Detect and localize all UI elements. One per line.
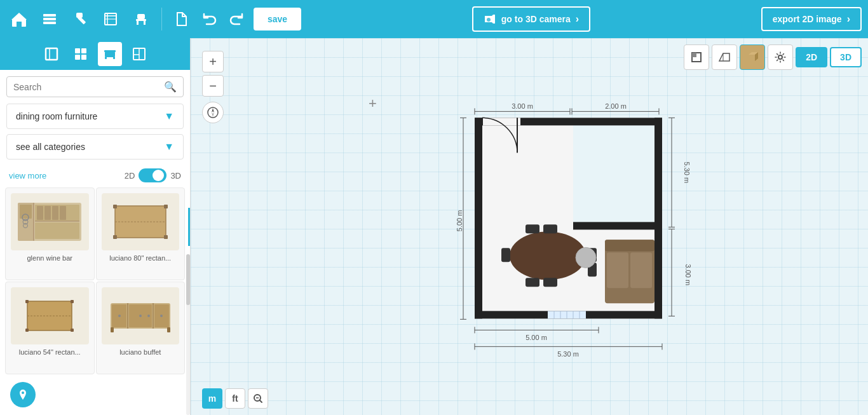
- location-button[interactable]: [10, 382, 36, 407]
- view-3d-button[interactable]: 3D: [830, 47, 862, 67]
- dimension-toggle-switch[interactable]: [139, 168, 166, 182]
- canvas-area[interactable]: + 3.00 m 2.00 m 5.30 m: [191, 38, 868, 415]
- svg-rect-119: [543, 278, 557, 287]
- blueprint-icon-btn[interactable]: [98, 6, 123, 32]
- layers-icon-btn[interactable]: [37, 6, 62, 32]
- svg-rect-19: [75, 48, 80, 53]
- scrollbar-thumb: [186, 254, 190, 305]
- all-categories-selector[interactable]: see all categories ▼: [6, 134, 184, 160]
- furniture-name: glenn wine bar: [27, 254, 72, 262]
- svg-rect-5: [43, 22, 56, 24]
- svg-rect-13: [136, 19, 146, 21]
- save-button[interactable]: save: [254, 8, 301, 31]
- search-input[interactable]: [13, 82, 164, 92]
- view-mode-perspective[interactable]: [712, 44, 737, 70]
- svg-point-16: [487, 18, 491, 22]
- camera-3d-button[interactable]: go to 3D camera ›: [472, 6, 590, 32]
- svg-rect-3: [43, 14, 56, 17]
- svg-rect-103: [573, 222, 662, 229]
- svg-point-135: [778, 55, 782, 59]
- svg-rect-41: [44, 206, 51, 220]
- svg-rect-50: [164, 235, 168, 239]
- furniture-name: luciano 54" rectan...: [19, 348, 81, 356]
- svg-rect-117: [543, 224, 557, 233]
- search-icon: 🔍: [164, 81, 177, 93]
- svg-rect-12: [137, 14, 145, 19]
- svg-rect-102: [654, 118, 662, 227]
- sidebar-rooms-tab[interactable]: [127, 42, 151, 66]
- list-item[interactable]: luciano 80" rectan...: [96, 187, 186, 280]
- svg-line-137: [260, 400, 262, 403]
- svg-point-64: [118, 315, 121, 317]
- compass-button[interactable]: [202, 102, 224, 123]
- sidebar-furniture-tab[interactable]: [98, 42, 122, 66]
- unit-feet-button[interactable]: ft: [225, 388, 245, 409]
- category-selector[interactable]: dining room furniture ▼: [6, 104, 184, 129]
- svg-text:5.00 m: 5.00 m: [456, 210, 463, 231]
- svg-rect-69: [167, 327, 170, 332]
- svg-rect-54: [25, 300, 29, 303]
- svg-rect-32: [20, 205, 32, 219]
- toolbar-divider-1: [161, 8, 162, 31]
- magnify-button[interactable]: [248, 388, 268, 409]
- svg-marker-1: [11, 13, 27, 20]
- svg-rect-4: [43, 18, 56, 20]
- view-more-link[interactable]: view more: [9, 171, 46, 180]
- redo-btn[interactable]: [226, 8, 248, 31]
- svg-rect-132: [749, 55, 755, 61]
- svg-rect-24: [105, 57, 107, 59]
- svg-rect-15: [144, 21, 146, 25]
- svg-text:5.30 m: 5.30 m: [683, 161, 691, 183]
- svg-rect-21: [75, 55, 80, 60]
- zoom-out-button[interactable]: −: [202, 75, 224, 97]
- sidebar-grid-tab[interactable]: [69, 42, 93, 66]
- svg-rect-42: [52, 206, 58, 220]
- svg-rect-125: [607, 252, 628, 288]
- home-icon-btn[interactable]: [6, 6, 32, 32]
- zoom-in-button[interactable]: +: [202, 51, 224, 72]
- svg-rect-68: [111, 327, 114, 332]
- svg-rect-57: [71, 329, 74, 332]
- category-dropdown-icon: ▼: [164, 111, 174, 122]
- svg-text:5.30 m: 5.30 m: [557, 350, 579, 358]
- list-item[interactable]: luciano buffet: [96, 282, 186, 374]
- svg-rect-48: [164, 205, 168, 208]
- export-chevron-icon: ›: [847, 13, 850, 25]
- view-mode-topdown[interactable]: [684, 44, 709, 70]
- all-categories-label: see all categories: [16, 142, 85, 152]
- category-label: dining room furniture: [16, 111, 97, 121]
- svg-rect-106: [482, 118, 520, 125]
- main-layout: 🔍 dining room furniture ▼ see all catego…: [0, 38, 868, 415]
- svg-text:2.00 m: 2.00 m: [605, 102, 627, 110]
- all-categories-icon: ▼: [164, 141, 174, 153]
- svg-rect-55: [71, 300, 74, 303]
- svg-point-127: [576, 247, 596, 268]
- sidebar-scrollbar[interactable]: [186, 254, 190, 415]
- left-sidebar: 🔍 dining room furniture ▼ see all catego…: [0, 38, 191, 415]
- export-2d-button[interactable]: export 2D image ›: [761, 7, 862, 31]
- hammer-icon-btn[interactable]: [67, 6, 93, 32]
- list-item[interactable]: luciano 54" rectan...: [5, 282, 95, 374]
- canvas-add-marker[interactable]: +: [369, 95, 377, 112]
- sidebar-walls-tab[interactable]: [39, 42, 64, 66]
- view-mode-3d-box[interactable]: [740, 44, 765, 70]
- svg-text:3.00 m: 3.00 m: [684, 264, 692, 285]
- svg-rect-56: [25, 329, 29, 332]
- undo-btn[interactable]: [198, 8, 220, 31]
- top-toolbar: save go to 3D camera › export 2D image ›: [0, 0, 868, 38]
- svg-rect-25: [113, 57, 115, 59]
- chair-icon-btn[interactable]: [128, 6, 154, 32]
- furniture-image-luciano-80: [102, 193, 180, 250]
- svg-rect-22: [81, 55, 86, 60]
- svg-rect-20: [81, 48, 86, 53]
- unit-meters-button[interactable]: m: [202, 388, 222, 409]
- svg-rect-130: [692, 53, 696, 57]
- svg-rect-47: [113, 205, 117, 208]
- view-2d-button[interactable]: 2D: [796, 47, 827, 67]
- svg-rect-14: [137, 21, 139, 25]
- list-item[interactable]: glenn wine bar: [5, 187, 95, 280]
- view-mode-settings[interactable]: [768, 44, 793, 70]
- new-file-btn[interactable]: [170, 8, 193, 31]
- bottom-controls: m ft: [202, 388, 268, 409]
- toggle-3d-label: 3D: [170, 171, 181, 180]
